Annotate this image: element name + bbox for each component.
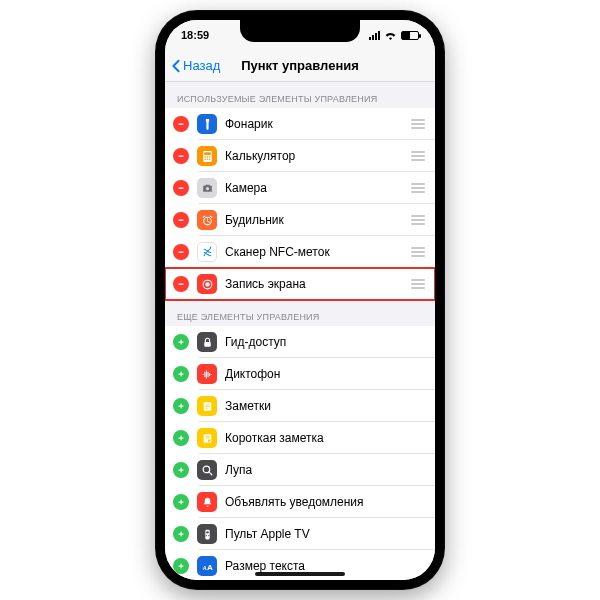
more-row: Пульт Apple TV [165, 518, 435, 550]
nav-bar: Назад Пункт управления [165, 50, 435, 82]
included-row: Будильник [165, 204, 435, 236]
more-row: Объявлять уведомления [165, 486, 435, 518]
svg-text:A: A [202, 564, 206, 570]
textsize-icon: AA [197, 556, 217, 576]
more-row: Короткая заметка [165, 422, 435, 454]
reorder-handle[interactable] [411, 119, 425, 129]
nfc-icon [197, 242, 217, 262]
row-label: Короткая заметка [225, 431, 425, 445]
back-button[interactable]: Назад [171, 58, 220, 73]
reorder-handle[interactable] [411, 247, 425, 257]
battery-icon [401, 31, 419, 40]
add-button[interactable] [173, 526, 189, 542]
svg-rect-35 [181, 532, 182, 537]
alarm-icon [197, 210, 217, 230]
remove-button[interactable] [173, 180, 189, 196]
svg-point-7 [204, 158, 205, 159]
reorder-handle[interactable] [411, 151, 425, 161]
note-icon [197, 396, 217, 416]
notch [240, 20, 360, 42]
row-label: Калькулятор [225, 149, 411, 163]
row-label: Размер текста [225, 559, 425, 573]
row-label: Камера [225, 181, 411, 195]
reorder-handle[interactable] [411, 279, 425, 289]
more-row: Лупа [165, 454, 435, 486]
wave-icon [197, 364, 217, 384]
status-time: 18:59 [181, 29, 209, 41]
svg-point-8 [206, 158, 207, 159]
remove-button[interactable] [173, 244, 189, 260]
svg-rect-12 [179, 220, 184, 221]
svg-rect-30 [181, 468, 182, 473]
included-row: Камера [165, 172, 435, 204]
row-label: Запись экрана [225, 277, 411, 291]
list-included: ФонарикКалькуляторКамераБудильникСканер … [165, 108, 435, 300]
reorder-handle[interactable] [411, 215, 425, 225]
svg-rect-0 [179, 124, 184, 125]
lock-icon [197, 332, 217, 352]
svg-rect-20 [204, 341, 211, 346]
more-row: Гид-доступ [165, 326, 435, 358]
included-row: Фонарик [165, 108, 435, 140]
record-icon [197, 274, 217, 294]
more-row: Заметки [165, 390, 435, 422]
svg-rect-3 [204, 152, 211, 155]
svg-rect-27 [181, 436, 182, 441]
row-label: Пульт Apple TV [225, 527, 425, 541]
svg-rect-22 [181, 372, 182, 377]
svg-point-39 [208, 535, 209, 536]
magnifier-icon [197, 460, 217, 480]
svg-rect-28 [203, 434, 211, 443]
svg-rect-10 [179, 188, 184, 189]
svg-point-4 [204, 156, 205, 157]
svg-rect-24 [181, 404, 182, 409]
remove-button[interactable] [173, 116, 189, 132]
add-button[interactable] [173, 430, 189, 446]
signal-icon [369, 31, 380, 40]
quicknote-icon [197, 428, 217, 448]
add-button[interactable] [173, 366, 189, 382]
row-label: Диктофон [225, 367, 425, 381]
add-button[interactable] [173, 462, 189, 478]
remote-icon [197, 524, 217, 544]
chevron-left-icon [171, 59, 181, 73]
svg-rect-33 [181, 500, 182, 505]
svg-point-37 [206, 531, 208, 533]
add-button[interactable] [173, 558, 189, 574]
section-header-included: ИСПОЛЬЗУЕМЫЕ ЭЛЕМЕНТЫ УПРАВЛЕНИЯ [165, 82, 435, 108]
camera-icon [197, 178, 217, 198]
reorder-handle[interactable] [411, 183, 425, 193]
row-label: Гид-доступ [225, 335, 425, 349]
row-label: Фонарик [225, 117, 411, 131]
section-header-more: ЕЩЕ ЭЛЕМЕНТЫ УПРАВЛЕНИЯ [165, 300, 435, 326]
remove-button[interactable] [173, 212, 189, 228]
screen: 18:59 Назад Пункт управления ИСПОЛЬЗУЕМЫ… [165, 20, 435, 580]
content[interactable]: ИСПОЛЬЗУЕМЫЕ ЭЛЕМЕНТЫ УПРАВЛЕНИЯ Фонарик… [165, 82, 435, 580]
row-label: Будильник [225, 213, 411, 227]
svg-text:A: A [206, 562, 212, 571]
list-more: Гид-доступДиктофонЗаметкиКороткая заметк… [165, 326, 435, 580]
row-label: Объявлять уведомления [225, 495, 425, 509]
svg-rect-1 [179, 156, 184, 157]
row-label: Сканер NFC-меток [225, 245, 411, 259]
wifi-icon [384, 30, 397, 40]
add-button[interactable] [173, 334, 189, 350]
home-indicator[interactable] [255, 572, 345, 576]
svg-point-38 [205, 535, 206, 536]
svg-point-17 [205, 282, 209, 286]
back-label: Назад [183, 58, 220, 73]
included-row: Запись экрана [165, 268, 435, 300]
phone-frame: 18:59 Назад Пункт управления ИСПОЛЬЗУЕМЫ… [155, 10, 445, 590]
calculator-icon [197, 146, 217, 166]
svg-rect-14 [179, 252, 184, 253]
svg-rect-15 [179, 284, 184, 285]
flashlight-icon [197, 114, 217, 134]
status-right [369, 30, 419, 40]
remove-button[interactable] [173, 276, 189, 292]
bell-icon [197, 492, 217, 512]
add-button[interactable] [173, 398, 189, 414]
add-button[interactable] [173, 494, 189, 510]
svg-point-6 [208, 156, 209, 157]
remove-button[interactable] [173, 148, 189, 164]
svg-point-11 [205, 186, 208, 189]
